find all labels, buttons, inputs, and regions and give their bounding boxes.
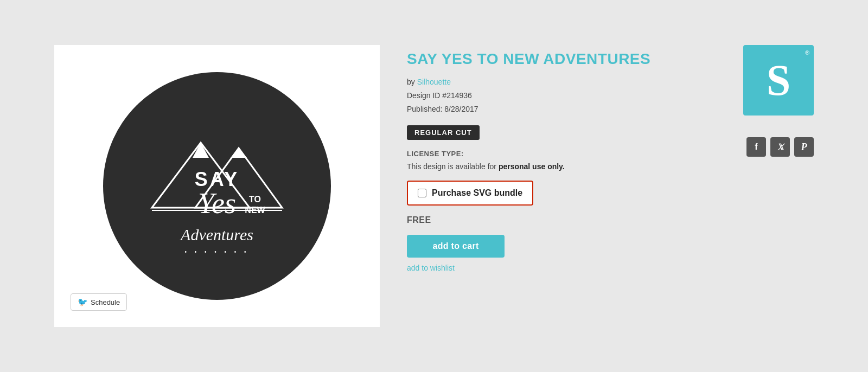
svg-text:NEW: NEW [245,206,265,215]
published-date: Published: 8/28/2017 [407,105,478,113]
design-id: Design ID #214936 [407,91,472,100]
page-wrapper: SAY Yes TO NEW Adventures • • • • • • • … [0,0,868,372]
brand-logo-container: S ® f 𝕏 P [738,45,814,157]
twitter-icon: 𝕏 [777,142,784,152]
product-meta: by Silhouette Design ID #214936 Publishe… [407,75,711,117]
schedule-icon: 🐦 [78,297,88,307]
social-icons: f 𝕏 P [746,137,814,157]
schedule-button-label: Schedule [91,298,120,306]
twitter-icon-button[interactable]: 𝕏 [770,137,790,157]
regular-cut-badge: REGULAR CUT [407,125,480,140]
product-title: SAY YES TO NEW ADVENTURES [407,50,711,68]
brand-logo-letter: S [767,59,791,102]
purchase-svg-bundle-checkbox[interactable] [418,189,426,197]
brand-logo: S ® [743,45,814,116]
svg-text:Yes: Yes [198,187,236,220]
content-area: SAY Yes TO NEW Adventures • • • • • • • … [54,45,814,327]
svg-marker-3 [231,148,247,158]
price-label: FREE [407,215,711,225]
purchase-bundle-label[interactable]: Purchase SVG bundle [432,188,522,198]
add-to-cart-button[interactable]: add to cart [407,235,505,258]
design-circle: SAY Yes TO NEW Adventures • • • • • • • [103,72,331,300]
product-info: SAY YES TO NEW ADVENTURES by Silhouette … [407,45,711,273]
schedule-button[interactable]: 🐦 Schedule [71,293,127,311]
svg-text:TO: TO [249,195,261,204]
purchase-bundle-box: Purchase SVG bundle [407,181,533,206]
svg-text:Adventures: Adventures [180,226,253,243]
design-svg: SAY Yes TO NEW Adventures • • • • • • • [108,78,326,294]
facebook-icon: f [755,142,757,152]
license-text-prefix: This design is available for [407,162,499,171]
svg-text:• • • • • • •: • • • • • • • [184,249,249,255]
add-to-wishlist-link[interactable]: add to wishlist [407,264,455,272]
license-type-label: LICENSE TYPE: [407,150,711,158]
pinterest-icon: P [801,142,807,153]
license-text-bold: personal use only. [499,162,565,171]
facebook-icon-button[interactable]: f [746,137,766,157]
product-image-inner: SAY Yes TO NEW Adventures • • • • • • • [87,56,347,316]
brand-logo-registered: ® [805,49,809,56]
author-link[interactable]: Silhouette [417,78,451,86]
license-text: This design is available for personal us… [407,162,711,171]
product-image-container: SAY Yes TO NEW Adventures • • • • • • • … [54,45,380,327]
pinterest-icon-button[interactable]: P [794,137,814,157]
author-label: by [407,78,415,86]
